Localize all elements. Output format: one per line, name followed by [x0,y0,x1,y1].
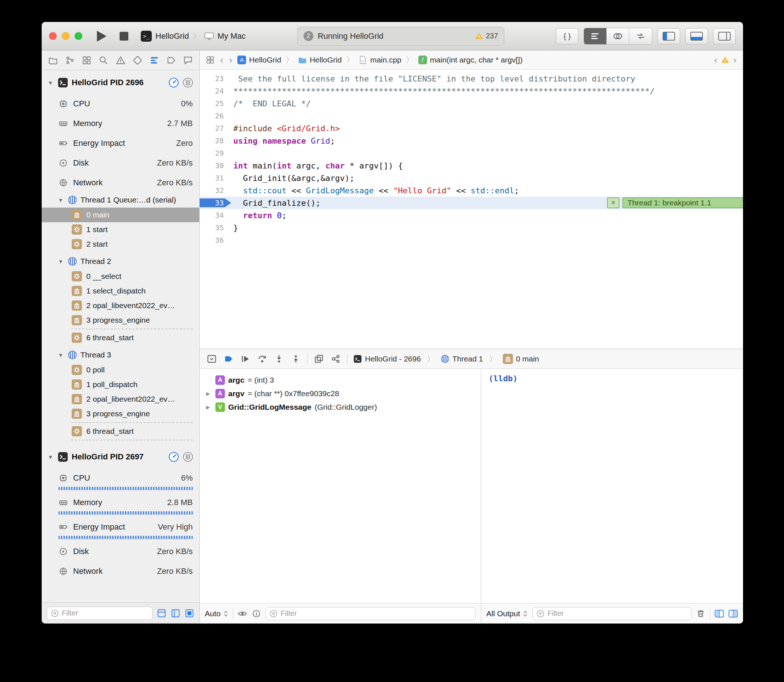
gauge-row-network[interactable]: NetworkZero KB/s [59,175,193,190]
line-number[interactable]: 31 [200,174,231,182]
gauge-row-cpu[interactable]: CPU0% [59,97,193,111]
thread-row[interactable]: ▼Thread 2 [42,253,199,269]
variables-scope-select[interactable]: Auto [205,609,228,618]
instruction-pointer-line-number[interactable]: 33 [200,198,231,207]
debug-breadcrumb-process[interactable]: HelloGrid - 2696 [353,355,421,363]
report-navigator-tab[interactable] [182,55,193,66]
breadcrumb-group[interactable]: HelloGrid [298,56,342,64]
code-line-31[interactable]: 31 Grid_init(&argc,&argv); [200,172,743,184]
code-line-24[interactable]: 24**************************************… [200,85,743,97]
gauge-row-energy[interactable]: Energy ImpactZero [59,136,193,151]
thread-row[interactable]: ▼Thread 3 [42,347,199,363]
process-row[interactable]: ▼HelloGrid PID 2697 [42,448,199,465]
toggle-inspectors-button[interactable] [713,28,736,44]
variable-row[interactable]: ▶VGrid::GridLogMessage (Grid::GridLogger… [200,400,481,414]
frame-row[interactable]: 1 start [42,222,199,237]
frame-row[interactable]: 6 thread_start [42,424,199,438]
frame-row[interactable]: 2 opal_libevent2022_ev… [42,392,199,406]
navigator-filter-field[interactable]: Filter [47,607,152,620]
variables-filter-field[interactable]: Filter [265,607,476,620]
line-number[interactable]: 30 [200,161,231,170]
code-line-34[interactable]: 34 return 0; [200,209,743,221]
line-number[interactable]: 29 [200,149,231,158]
frame-row[interactable]: 1 poll_dispatch [42,377,199,392]
code-line-33[interactable]: 33 Grid_finalize();≡Thread 1: breakpoint… [200,197,743,209]
forward-button[interactable]: › [228,55,233,65]
gauge-row-cpu[interactable]: CPU6% [59,471,193,485]
back-button[interactable]: ‹ [219,55,224,65]
line-number[interactable]: 28 [200,136,231,145]
memory-graph-button[interactable] [330,354,341,364]
console-output[interactable]: (lldb) [481,369,743,603]
zoom-window-button[interactable] [75,32,82,40]
symbol-navigator-tab[interactable] [81,55,92,66]
code-line-36[interactable]: 36 [200,234,743,246]
disclosure-triangle[interactable]: ▼ [47,454,54,460]
line-number[interactable]: 32 [200,186,231,195]
gauge-row-memory[interactable]: Memory2.8 MB [59,495,193,510]
debug-breadcrumb-thread[interactable]: Thread 1 [441,355,483,363]
disclosure-triangle[interactable]: ▼ [47,80,54,86]
breadcrumb-file[interactable]: C+ main.cpp [358,56,401,64]
code-line-26[interactable]: 26 [200,110,743,122]
code-snippets-button[interactable]: { } [556,28,578,44]
code-line-29[interactable]: 29 [200,147,743,159]
line-number[interactable]: 24 [200,87,231,96]
source-control-navigator-tab[interactable] [64,55,75,66]
disclosure-triangle[interactable]: ▼ [57,197,64,203]
variable-row[interactable]: Aargc = (int) 3 [200,373,481,387]
frame-row[interactable]: 3 progress_engine [42,313,199,327]
frame-row[interactable]: 0 main [42,207,199,222]
code-line-28[interactable]: 28using namespace Grid; [200,134,743,147]
line-number[interactable]: 36 [200,236,231,244]
line-number[interactable]: 25 [200,99,231,108]
disclosure-triangle[interactable]: ▼ [57,352,64,358]
thread-row[interactable]: ▼Thread 1 Queue:…d (serial) [42,192,199,207]
code-line-32[interactable]: 32 std::cout << GridLogMessage << "Hello… [200,184,743,197]
find-navigator-tab[interactable] [98,55,109,66]
view-debugger-button[interactable] [313,354,324,364]
step-into-button[interactable] [273,354,284,364]
show-only-crashed-button[interactable] [185,609,194,618]
process-row[interactable]: ▼HelloGrid PID 2696 [42,74,199,91]
console-scope-select[interactable]: All Output [486,609,528,618]
toggle-debug-area-button[interactable] [685,28,708,44]
run-button[interactable] [97,31,106,41]
stop-button[interactable] [120,32,128,41]
code-line-25[interactable]: 25/* END LEGAL */ [200,97,743,110]
project-navigator-tab[interactable] [48,55,59,66]
toggle-navigator-button[interactable] [658,28,680,44]
console-filter-field[interactable]: Filter [532,607,691,620]
line-number[interactable]: 35 [200,223,231,232]
line-number[interactable]: 23 [200,74,231,83]
line-number[interactable]: 26 [200,112,231,120]
breakpoints-toggle-button[interactable] [223,354,234,364]
code-line-27[interactable]: 27#include <Grid/Grid.h> [200,122,743,134]
next-issue-button[interactable]: › [733,55,737,65]
clear-console-trash-icon[interactable] [696,609,706,618]
related-items-icon[interactable] [206,55,215,65]
hide-debug-area-button[interactable] [206,354,217,364]
frame-row[interactable]: 3 progress_engine [42,406,199,421]
gauge-row-memory[interactable]: Memory2.7 MB [59,116,193,131]
show-only-flat-view-button[interactable] [157,609,166,618]
gauge-row-energy[interactable]: Energy ImpactVery High [59,520,193,534]
warning-count[interactable]: 237 [475,32,498,40]
step-over-button[interactable] [257,354,268,364]
disclosure-triangle[interactable]: ▶ [204,391,212,397]
issue-navigator-tab[interactable] [115,55,126,66]
frame-row[interactable]: 2 start [42,237,199,252]
previous-issue-button[interactable]: ‹ [714,55,718,65]
code-line-30[interactable]: 30int main(int argc, char * argv[]) { [200,159,743,172]
debug-breadcrumb-frame[interactable]: 0 main [503,354,539,364]
variable-row[interactable]: ▶Aargv = (char **) 0x7ffee9039c28 [200,387,481,400]
activity-viewer[interactable]: 2 Running HelloGrid 237 [297,27,504,46]
frame-row[interactable]: 0 __select [42,269,199,284]
code-line-35[interactable]: 35} [200,221,743,234]
close-window-button[interactable] [49,32,57,40]
disclosure-triangle[interactable]: ▶ [204,404,212,410]
frame-row[interactable]: 0 poll [42,363,199,377]
breadcrumb-symbol[interactable]: f main(int argc, char * argv[]) [418,56,522,64]
disclosure-triangle[interactable]: ▼ [57,258,64,265]
step-out-button[interactable] [291,354,301,364]
